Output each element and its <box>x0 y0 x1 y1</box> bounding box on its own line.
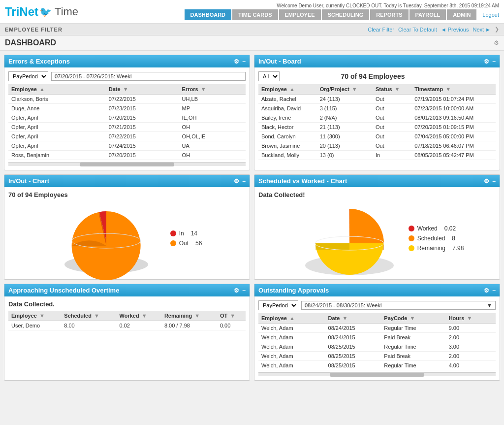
iob-org: 2 (N/A) <box>317 113 373 123</box>
oa-icons: ⚙ − <box>484 287 496 294</box>
table-row: Opfer, April 07/24/2015 UA <box>8 141 246 151</box>
svw-body: Data Collected! <box>254 187 500 279</box>
oa-paycode: Regular Time <box>381 361 445 370</box>
svw-gear-icon[interactable]: ⚙ <box>484 178 489 185</box>
iob-col-employee[interactable]: Employee ▲ <box>258 84 317 95</box>
ioc-minus-icon[interactable]: − <box>242 178 246 185</box>
table-row: User, Demo 8.00 0.02 8.00 / 7.98 0.00 <box>8 321 246 330</box>
ioc-gear-icon[interactable]: ⚙ <box>234 178 239 185</box>
previous-link[interactable]: ◄ Previous <box>441 27 469 33</box>
ao-col-scheduled[interactable]: Scheduled ▼ <box>61 311 116 321</box>
iob-timestamp: 07/23/2015 10:00:00 AM <box>411 104 496 113</box>
ee-scrollbar-thumb[interactable] <box>80 163 175 166</box>
oa-employee: Welch, Adam <box>258 361 325 370</box>
logo-time: Time <box>55 5 78 18</box>
oa-date-range: 08/24/2015 - 08/30/2015: Weekl ▼ <box>301 301 496 310</box>
oa-paycode: Paid Break <box>381 352 445 361</box>
oa-paycode: Paid Break <box>381 333 445 342</box>
nav-btn-time-cards[interactable]: TIME CARDS <box>232 9 278 20</box>
ao-col-remaining[interactable]: Remaining ▼ <box>161 311 217 321</box>
ao-col-worked[interactable]: Worked ▼ <box>117 311 161 321</box>
inout-board-title: In/Out - Board <box>258 58 301 65</box>
next-link[interactable]: Next ► <box>472 27 491 33</box>
oa-title: Outstanding Approvals <box>258 287 329 294</box>
clear-filter-link[interactable]: Clear Filter <box>368 27 394 33</box>
ee-errors: OH <box>179 123 246 132</box>
iob-filter-select[interactable]: All <box>258 71 280 81</box>
ao-minus-icon[interactable]: − <box>242 287 246 294</box>
oa-scrollbar[interactable] <box>258 372 496 376</box>
clear-to-default-link[interactable]: Clear To Default <box>398 27 437 33</box>
iob-status: Out <box>373 113 411 123</box>
oa-hours: 2.00 <box>446 352 496 361</box>
top-right: Welcome Demo User, currently CLOCKED OUT… <box>185 3 499 20</box>
ee-gear-icon[interactable]: ⚙ <box>234 58 239 65</box>
ao-body: Data Collected. Employee ▼ Scheduled ▼ W… <box>4 296 250 334</box>
nav-btn-reports[interactable]: REPORTS <box>370 9 408 20</box>
ee-col-errors[interactable]: Errors ▼ <box>179 84 246 95</box>
logo-bird-icon: 🐦 <box>39 6 52 18</box>
inout-chart-title: In/Out - Chart <box>8 177 49 185</box>
iob-employee-count: 70 of 94 Employees <box>341 72 405 80</box>
oa-col-paycode[interactable]: PayCode ▼ <box>381 313 445 324</box>
nav-btn-employee[interactable]: EMPLOYEE <box>279 9 321 20</box>
oa-table-scroll: Employee ▲ Date ▼ PayCode ▼ Hours ▼ Welc… <box>258 313 496 370</box>
filter-bar: EMPLOYEE FILTER Clear Filter Clear To De… <box>0 24 504 35</box>
table-row: Ross, Benjamin 07/20/2015 OH <box>8 151 246 160</box>
ee-col-date[interactable]: Date ▼ <box>106 84 179 95</box>
ee-date: 07/23/2015 <box>106 104 179 113</box>
oa-date-dropdown-icon[interactable]: ▼ <box>487 302 492 308</box>
ee-date: 07/22/2015 <box>106 132 179 141</box>
logout-link[interactable]: Logout <box>482 12 499 18</box>
ee-employee: Ross, Benjamin <box>8 151 106 160</box>
oa-table: Employee ▲ Date ▼ PayCode ▼ Hours ▼ Welc… <box>258 313 496 370</box>
table-row: Brown, Jasmine 20 (113) Out 07/18/2015 0… <box>258 141 496 151</box>
iob-status: Out <box>373 132 411 141</box>
dashboard-gear-icon[interactable]: ⚙ <box>494 39 499 46</box>
svw-minus-icon[interactable]: − <box>492 178 496 185</box>
ao-col-employee[interactable]: Employee ▼ <box>8 311 61 321</box>
ao-table: Employee ▼ Scheduled ▼ Worked ▼ Remainin… <box>8 311 246 330</box>
iob-timestamp: 07/19/2015 01:07:24 PM <box>411 95 496 104</box>
out-legend-value: 56 <box>195 240 202 247</box>
ao-gear-icon[interactable]: ⚙ <box>234 287 239 294</box>
oa-gear-icon[interactable]: ⚙ <box>484 287 489 294</box>
errors-exceptions-body: PayPeriod 07/20/2015 - 07/26/2015: Weekl… <box>4 67 250 170</box>
ee-errors: MP <box>179 104 246 113</box>
ee-payperiod-select[interactable]: PayPeriod <box>8 71 48 81</box>
ao-icons: ⚙ − <box>234 287 246 294</box>
remaining-slice-side <box>315 243 349 250</box>
scheduled-legend-value: 8 <box>452 235 455 242</box>
oa-payperiod-select[interactable]: PayPeriod <box>258 300 298 310</box>
oa-col-hours[interactable]: Hours ▼ <box>446 313 496 324</box>
iob-col-status[interactable]: Status ▼ <box>373 84 411 95</box>
iob-col-timestamp[interactable]: Timestamp ▼ <box>411 84 496 95</box>
iob-col-org[interactable]: Org/Project ▼ <box>317 84 373 95</box>
ee-scrollbar[interactable] <box>8 162 246 166</box>
nav-btn-dashboard[interactable]: DASHBOARD <box>185 9 232 20</box>
iob-gear-icon[interactable]: ⚙ <box>484 58 489 65</box>
oa-minus-icon[interactable]: − <box>492 287 496 294</box>
iob-timestamp: 08/05/2015 05:42:47 PM <box>411 151 496 160</box>
nav-btn-scheduling[interactable]: SCHEDULING <box>322 9 370 20</box>
oa-col-date[interactable]: Date ▼ <box>325 313 381 324</box>
iob-table-head: Employee ▲ Org/Project ▼ Status ▼ Timest… <box>258 84 496 95</box>
oa-col-employee[interactable]: Employee ▲ <box>258 313 325 324</box>
ee-date: 07/21/2015 <box>106 123 179 132</box>
iob-org: 13 (0) <box>317 151 373 160</box>
ee-col-employee[interactable]: Employee ▲ <box>8 84 106 95</box>
svw-subtitle: Data Collected! <box>258 191 496 198</box>
inout-board-controls: All 70 of 94 Employees <box>258 71 496 81</box>
scheduled-legend-dot <box>409 235 414 241</box>
ao-remaining: 8.00 / 7.98 <box>161 321 217 330</box>
iob-table-scroll: Employee ▲ Org/Project ▼ Status ▼ Timest… <box>258 84 496 160</box>
oa-scrollbar-thumb[interactable] <box>330 373 425 377</box>
ao-col-ot[interactable]: OT ▼ <box>217 311 246 321</box>
ee-controls: PayPeriod 07/20/2015 - 07/26/2015: Weekl <box>8 71 246 81</box>
nav-btn-admin[interactable]: ADMIN <box>447 9 476 20</box>
ee-minus-icon[interactable]: − <box>242 58 246 65</box>
nav-btn-payroll[interactable]: PAYROLL <box>410 9 446 20</box>
table-row: Welch, Adam 08/25/2015 Regular Time 3.00 <box>258 342 496 352</box>
iob-minus-icon[interactable]: − <box>492 58 496 65</box>
ee-table: Employee ▲ Date ▼ Errors ▼ Clarkson, Bor… <box>8 84 246 160</box>
